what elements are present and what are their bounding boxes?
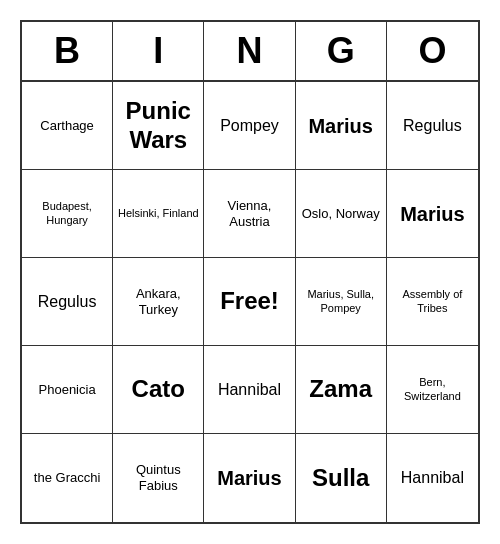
cell-text-1: Punic Wars — [117, 97, 199, 155]
header-letter-i: I — [113, 22, 204, 80]
cell-text-21: Quintus Fabius — [117, 462, 199, 493]
cell-text-14: Assembly of Tribes — [391, 288, 474, 314]
bingo-cell-13: Marius, Sulla, Pompey — [296, 258, 387, 346]
bingo-card: BINGO CarthagePunic WarsPompeyMariusRegu… — [20, 20, 480, 524]
cell-text-4: Regulus — [403, 116, 462, 135]
bingo-cell-7: Vienna, Austria — [204, 170, 295, 258]
bingo-cell-19: Bern, Switzerland — [387, 346, 478, 434]
cell-text-8: Oslo, Norway — [302, 206, 380, 222]
bingo-cell-22: Marius — [204, 434, 295, 522]
cell-text-2: Pompey — [220, 116, 279, 135]
bingo-cell-1: Punic Wars — [113, 82, 204, 170]
bingo-cell-8: Oslo, Norway — [296, 170, 387, 258]
bingo-header: BINGO — [22, 22, 478, 82]
bingo-cell-2: Pompey — [204, 82, 295, 170]
cell-text-23: Sulla — [312, 464, 369, 493]
cell-text-12: Free! — [220, 287, 279, 316]
bingo-cell-20: the Gracchi — [22, 434, 113, 522]
header-letter-o: O — [387, 22, 478, 80]
bingo-cell-23: Sulla — [296, 434, 387, 522]
bingo-cell-14: Assembly of Tribes — [387, 258, 478, 346]
bingo-cell-3: Marius — [296, 82, 387, 170]
header-letter-b: B — [22, 22, 113, 80]
cell-text-16: Cato — [132, 375, 185, 404]
cell-text-19: Bern, Switzerland — [391, 376, 474, 402]
cell-text-20: the Gracchi — [34, 470, 100, 486]
header-letter-g: G — [296, 22, 387, 80]
cell-text-6: Helsinki, Finland — [118, 207, 199, 220]
bingo-cell-0: Carthage — [22, 82, 113, 170]
bingo-cell-10: Regulus — [22, 258, 113, 346]
bingo-cell-24: Hannibal — [387, 434, 478, 522]
bingo-cell-11: Ankara, Turkey — [113, 258, 204, 346]
bingo-cell-6: Helsinki, Finland — [113, 170, 204, 258]
bingo-cell-4: Regulus — [387, 82, 478, 170]
cell-text-0: Carthage — [40, 118, 93, 134]
cell-text-24: Hannibal — [401, 468, 464, 487]
cell-text-18: Zama — [309, 375, 372, 404]
bingo-cell-16: Cato — [113, 346, 204, 434]
cell-text-10: Regulus — [38, 292, 97, 311]
bingo-cell-17: Hannibal — [204, 346, 295, 434]
cell-text-7: Vienna, Austria — [208, 198, 290, 229]
bingo-cell-12: Free! — [204, 258, 295, 346]
bingo-cell-21: Quintus Fabius — [113, 434, 204, 522]
cell-text-22: Marius — [217, 466, 281, 490]
bingo-cell-5: Budapest, Hungary — [22, 170, 113, 258]
cell-text-3: Marius — [308, 114, 372, 138]
cell-text-17: Hannibal — [218, 380, 281, 399]
header-letter-n: N — [204, 22, 295, 80]
bingo-cell-15: Phoenicia — [22, 346, 113, 434]
bingo-grid: CarthagePunic WarsPompeyMariusRegulusBud… — [22, 82, 478, 522]
cell-text-15: Phoenicia — [39, 382, 96, 398]
cell-text-13: Marius, Sulla, Pompey — [300, 288, 382, 314]
bingo-cell-9: Marius — [387, 170, 478, 258]
bingo-cell-18: Zama — [296, 346, 387, 434]
cell-text-11: Ankara, Turkey — [117, 286, 199, 317]
cell-text-9: Marius — [400, 202, 464, 226]
cell-text-5: Budapest, Hungary — [26, 200, 108, 226]
